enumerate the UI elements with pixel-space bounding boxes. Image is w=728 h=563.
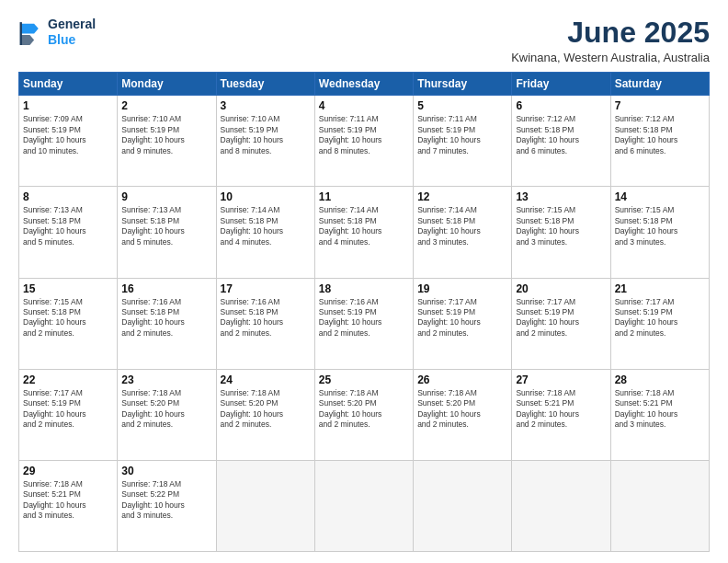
table-row: 23Sunrise: 7:18 AM Sunset: 5:20 PM Dayli… xyxy=(118,369,216,460)
table-row: 20Sunrise: 7:17 AM Sunset: 5:19 PM Dayli… xyxy=(512,278,610,369)
day-number: 10 xyxy=(221,190,311,203)
col-sunday: Sunday xyxy=(19,73,118,96)
table-row xyxy=(512,460,610,551)
table-row: 24Sunrise: 7:18 AM Sunset: 5:20 PM Dayli… xyxy=(216,369,314,460)
table-row xyxy=(216,460,314,551)
day-number: 20 xyxy=(516,282,606,295)
table-row: 11Sunrise: 7:14 AM Sunset: 5:18 PM Dayli… xyxy=(314,187,413,278)
table-row: 9Sunrise: 7:13 AM Sunset: 5:18 PM Daylig… xyxy=(118,187,216,278)
table-row: 12Sunrise: 7:14 AM Sunset: 5:18 PM Dayli… xyxy=(414,187,512,278)
table-row: 14Sunrise: 7:15 AM Sunset: 5:18 PM Dayli… xyxy=(610,187,709,278)
table-row xyxy=(314,460,413,551)
table-row: 26Sunrise: 7:18 AM Sunset: 5:20 PM Dayli… xyxy=(414,369,512,460)
svg-marker-2 xyxy=(21,35,34,45)
table-row: 3Sunrise: 7:10 AM Sunset: 5:19 PM Daylig… xyxy=(216,96,314,187)
table-row: 15Sunrise: 7:15 AM Sunset: 5:18 PM Dayli… xyxy=(19,278,118,369)
day-info: Sunrise: 7:10 AM Sunset: 5:19 PM Dayligh… xyxy=(121,114,211,156)
day-number: 24 xyxy=(221,373,311,386)
table-row: 29Sunrise: 7:18 AM Sunset: 5:21 PM Dayli… xyxy=(19,460,118,551)
day-number: 6 xyxy=(516,99,606,112)
day-info: Sunrise: 7:18 AM Sunset: 5:20 PM Dayligh… xyxy=(121,388,211,431)
table-row: 22Sunrise: 7:17 AM Sunset: 5:19 PM Dayli… xyxy=(19,369,118,460)
table-row: 5Sunrise: 7:11 AM Sunset: 5:19 PM Daylig… xyxy=(414,96,512,187)
table-row: 21Sunrise: 7:17 AM Sunset: 5:19 PM Dayli… xyxy=(610,278,709,369)
day-info: Sunrise: 7:14 AM Sunset: 5:18 PM Dayligh… xyxy=(417,205,507,247)
day-info: Sunrise: 7:16 AM Sunset: 5:19 PM Dayligh… xyxy=(319,297,409,339)
day-number: 3 xyxy=(221,99,311,112)
day-number: 29 xyxy=(23,465,113,477)
day-number: 9 xyxy=(121,190,211,203)
day-number: 13 xyxy=(516,190,606,203)
location: Kwinana, Western Australia, Australia xyxy=(511,51,710,64)
svg-marker-1 xyxy=(21,23,39,33)
day-number: 23 xyxy=(121,373,211,386)
day-number: 17 xyxy=(221,282,311,295)
day-number: 19 xyxy=(417,282,507,295)
col-monday: Monday xyxy=(118,73,216,96)
day-number: 30 xyxy=(121,465,211,477)
col-thursday: Thursday xyxy=(414,73,512,96)
day-number: 4 xyxy=(319,99,409,112)
table-row: 2Sunrise: 7:10 AM Sunset: 5:19 PM Daylig… xyxy=(118,96,216,187)
day-info: Sunrise: 7:18 AM Sunset: 5:22 PM Dayligh… xyxy=(121,479,211,522)
day-number: 8 xyxy=(23,190,113,203)
col-wednesday: Wednesday xyxy=(314,73,413,96)
day-number: 18 xyxy=(319,282,409,295)
table-row: 16Sunrise: 7:16 AM Sunset: 5:18 PM Dayli… xyxy=(118,278,216,369)
day-number: 1 xyxy=(23,99,113,112)
calendar-table: Sunday Monday Tuesday Wednesday Thursday… xyxy=(18,72,710,552)
table-row: 28Sunrise: 7:18 AM Sunset: 5:21 PM Dayli… xyxy=(610,369,709,460)
page: General Blue June 2025 Kwinana, Western … xyxy=(0,0,728,563)
logo: General Blue xyxy=(18,17,96,48)
day-info: Sunrise: 7:17 AM Sunset: 5:19 PM Dayligh… xyxy=(417,297,507,339)
table-row xyxy=(414,460,512,551)
day-number: 21 xyxy=(615,282,705,295)
day-info: Sunrise: 7:15 AM Sunset: 5:18 PM Dayligh… xyxy=(615,205,705,247)
day-number: 15 xyxy=(23,282,113,295)
day-number: 7 xyxy=(615,99,705,112)
table-row: 18Sunrise: 7:16 AM Sunset: 5:19 PM Dayli… xyxy=(314,278,413,369)
day-number: 27 xyxy=(516,373,606,386)
day-info: Sunrise: 7:17 AM Sunset: 5:19 PM Dayligh… xyxy=(23,388,113,431)
day-info: Sunrise: 7:16 AM Sunset: 5:18 PM Dayligh… xyxy=(121,297,211,339)
day-number: 5 xyxy=(417,99,507,112)
month-title: June 2025 xyxy=(511,17,710,49)
day-info: Sunrise: 7:17 AM Sunset: 5:19 PM Dayligh… xyxy=(516,297,606,339)
calendar-week-row: 15Sunrise: 7:15 AM Sunset: 5:18 PM Dayli… xyxy=(19,278,710,369)
day-info: Sunrise: 7:13 AM Sunset: 5:18 PM Dayligh… xyxy=(121,205,211,247)
table-row: 6Sunrise: 7:12 AM Sunset: 5:18 PM Daylig… xyxy=(512,96,610,187)
day-info: Sunrise: 7:13 AM Sunset: 5:18 PM Dayligh… xyxy=(23,205,113,247)
day-info: Sunrise: 7:11 AM Sunset: 5:19 PM Dayligh… xyxy=(417,114,507,156)
table-row: 19Sunrise: 7:17 AM Sunset: 5:19 PM Dayli… xyxy=(414,278,512,369)
day-info: Sunrise: 7:14 AM Sunset: 5:18 PM Dayligh… xyxy=(221,205,311,247)
day-info: Sunrise: 7:18 AM Sunset: 5:21 PM Dayligh… xyxy=(516,388,606,431)
table-row: 30Sunrise: 7:18 AM Sunset: 5:22 PM Dayli… xyxy=(118,460,216,551)
table-row: 27Sunrise: 7:18 AM Sunset: 5:21 PM Dayli… xyxy=(512,369,610,460)
table-row: 25Sunrise: 7:18 AM Sunset: 5:20 PM Dayli… xyxy=(314,369,413,460)
col-saturday: Saturday xyxy=(610,73,709,96)
day-info: Sunrise: 7:11 AM Sunset: 5:19 PM Dayligh… xyxy=(319,114,409,156)
day-info: Sunrise: 7:17 AM Sunset: 5:19 PM Dayligh… xyxy=(615,297,705,339)
table-row: 7Sunrise: 7:12 AM Sunset: 5:18 PM Daylig… xyxy=(610,96,709,187)
day-number: 22 xyxy=(23,373,113,386)
day-info: Sunrise: 7:09 AM Sunset: 5:19 PM Dayligh… xyxy=(23,114,113,156)
day-info: Sunrise: 7:15 AM Sunset: 5:18 PM Dayligh… xyxy=(516,205,606,247)
calendar-week-row: 29Sunrise: 7:18 AM Sunset: 5:21 PM Dayli… xyxy=(19,460,710,551)
day-info: Sunrise: 7:18 AM Sunset: 5:20 PM Dayligh… xyxy=(417,388,507,431)
day-number: 14 xyxy=(615,190,705,203)
table-row: 8Sunrise: 7:13 AM Sunset: 5:18 PM Daylig… xyxy=(19,187,118,278)
day-number: 25 xyxy=(319,373,409,386)
calendar-header-row: Sunday Monday Tuesday Wednesday Thursday… xyxy=(19,73,710,96)
day-info: Sunrise: 7:18 AM Sunset: 5:20 PM Dayligh… xyxy=(221,388,311,431)
table-row: 4Sunrise: 7:11 AM Sunset: 5:19 PM Daylig… xyxy=(314,96,413,187)
day-number: 26 xyxy=(417,373,507,386)
day-info: Sunrise: 7:18 AM Sunset: 5:21 PM Dayligh… xyxy=(615,388,705,431)
header: General Blue June 2025 Kwinana, Western … xyxy=(18,17,710,64)
table-row: 1Sunrise: 7:09 AM Sunset: 5:19 PM Daylig… xyxy=(19,96,118,187)
calendar-week-row: 8Sunrise: 7:13 AM Sunset: 5:18 PM Daylig… xyxy=(19,187,710,278)
day-info: Sunrise: 7:12 AM Sunset: 5:18 PM Dayligh… xyxy=(516,114,606,156)
day-info: Sunrise: 7:14 AM Sunset: 5:18 PM Dayligh… xyxy=(319,205,409,247)
day-info: Sunrise: 7:18 AM Sunset: 5:21 PM Dayligh… xyxy=(23,479,113,522)
day-number: 12 xyxy=(417,190,507,203)
title-block: June 2025 Kwinana, Western Australia, Au… xyxy=(511,17,710,64)
